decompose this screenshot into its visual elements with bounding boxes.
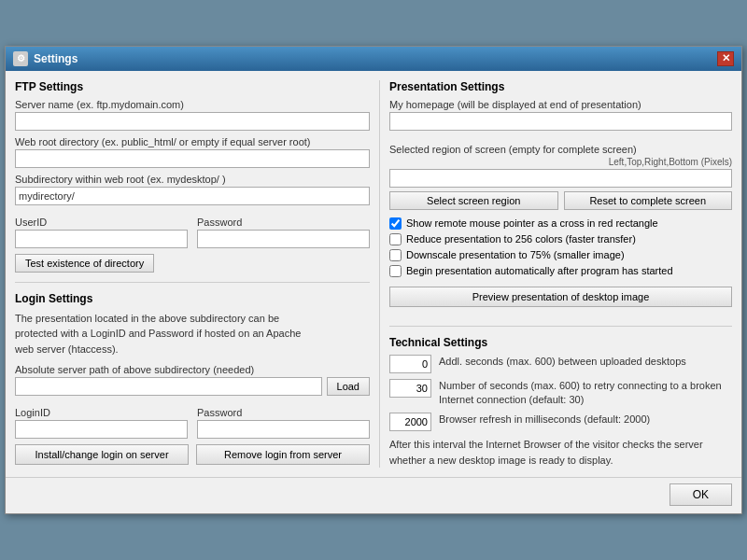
tech-input-2[interactable] (389, 413, 431, 431)
login-userid-password-row: LoginID Password (15, 401, 370, 439)
window-icon: ⚙ (13, 51, 28, 66)
checkbox2-label: Reduce presentation to 256 colors (faste… (406, 233, 636, 245)
test-directory-button[interactable]: Test existence of directory (15, 254, 154, 273)
ftp-password-label: Password (197, 217, 370, 228)
ftp-section-title: FTP Settings (15, 80, 370, 93)
userid-label: UserID (15, 217, 188, 228)
web-root-input[interactable] (15, 149, 370, 168)
preview-button[interactable]: Preview presentation of desktop image (389, 287, 732, 307)
login-password-col: Password (197, 401, 370, 439)
window-title: Settings (34, 52, 78, 65)
region-btn-row: Select screen region Reset to complete s… (389, 191, 732, 210)
install-login-button[interactable]: Install/change login on server (15, 444, 189, 465)
divider-2 (389, 326, 732, 327)
loginid-label: LoginID (15, 407, 188, 418)
tech-row-0: Addl. seconds (max. 600) between uploade… (389, 355, 732, 373)
absolute-path-input[interactable] (15, 377, 322, 396)
load-row: Load (15, 377, 370, 396)
settings-window: ⚙ Settings ✕ FTP Settings Server name (e… (5, 46, 742, 515)
tech-input-0[interactable] (389, 355, 431, 373)
remove-login-button[interactable]: Remove login from server (196, 444, 370, 465)
reset-complete-screen-button[interactable]: Reset to complete screen (564, 191, 733, 210)
footer: OK (6, 477, 741, 513)
after-text: After this interval the Internet Browser… (389, 437, 732, 468)
login-section-title: Login Settings (15, 292, 370, 305)
absolute-path-label: Absolute server path of above subdirecto… (15, 364, 370, 375)
subdirectory-input[interactable] (15, 187, 370, 205)
left-panel: FTP Settings Server name (ex. ftp.mydoma… (15, 80, 379, 469)
checkbox4-label: Begin presentation automatically after p… (406, 265, 673, 276)
checkbox-row-3: Downscale presentation to 75% (smaller i… (389, 249, 732, 261)
coords-label-row: Left,Top,Right,Bottom (Pixels) (389, 157, 732, 167)
right-panel: Presentation Settings My homepage (will … (379, 80, 732, 469)
checkbox3-label: Downscale presentation to 75% (smaller i… (406, 249, 625, 260)
auto-start-checkbox[interactable] (389, 265, 402, 277)
show-mouse-pointer-checkbox[interactable] (389, 217, 402, 230)
loginid-col: LoginID (15, 401, 188, 439)
install-remove-row: Install/change login on server Remove lo… (15, 444, 370, 465)
subdirectory-label: Subdirectory within web root (ex. mydesk… (15, 174, 370, 185)
login-password-label: Password (197, 407, 370, 418)
close-button[interactable]: ✕ (717, 51, 734, 66)
userid-password-row: UserID Password (15, 211, 370, 248)
ok-button[interactable]: OK (669, 483, 732, 506)
userid-input[interactable] (15, 230, 188, 248)
technical-section-title: Technical Settings (389, 336, 732, 349)
checkbox-row-4: Begin presentation automatically after p… (389, 265, 732, 277)
reduce-colors-checkbox[interactable] (389, 233, 402, 245)
password-col: Password (197, 211, 370, 248)
web-root-label: Web root directory (ex. public_html/ or … (15, 136, 370, 147)
homepage-input[interactable] (389, 112, 732, 131)
presentation-section-title: Presentation Settings (389, 80, 732, 93)
userid-col: UserID (15, 211, 188, 248)
downscale-checkbox[interactable] (389, 249, 402, 261)
region-input[interactable] (389, 169, 732, 188)
checkbox-row-1: Show remote mouse pointer as a cross in … (389, 217, 732, 230)
select-region-button[interactable]: Select screen region (389, 191, 558, 210)
main-content: FTP Settings Server name (ex. ftp.mydoma… (6, 71, 741, 478)
tech-row-1: Number of seconds (max. 600) to retry co… (389, 379, 732, 408)
coords-label: Left,Top,Right,Bottom (Pixels) (609, 157, 732, 167)
title-bar: ⚙ Settings ✕ (6, 47, 741, 71)
loginid-input[interactable] (15, 420, 188, 439)
login-password-input[interactable] (197, 420, 370, 439)
checkbox-row-2: Reduce presentation to 256 colors (faste… (389, 233, 732, 245)
ftp-password-input[interactable] (197, 230, 370, 248)
load-button[interactable]: Load (327, 377, 370, 396)
server-name-label: Server name (ex. ftp.mydomain.com) (15, 99, 370, 110)
homepage-label: My homepage (will be displayed at end of… (389, 99, 732, 110)
title-bar-left: ⚙ Settings (13, 51, 78, 66)
tech-desc-0: Addl. seconds (max. 600) between uploade… (439, 355, 732, 369)
tech-desc-2: Browser refresh in milliseconds (default… (439, 413, 732, 427)
tech-desc-1: Number of seconds (max. 600) to retry co… (439, 379, 732, 408)
checkbox1-label: Show remote mouse pointer as a cross in … (406, 217, 658, 229)
divider-1 (15, 282, 370, 283)
selected-region-label: Selected region of screen (empty for com… (389, 144, 732, 155)
tech-row-2: Browser refresh in milliseconds (default… (389, 413, 732, 431)
login-description: The presentation located in the above su… (15, 311, 370, 357)
server-name-input[interactable] (15, 112, 370, 131)
region-row (389, 169, 732, 188)
tech-input-1[interactable] (389, 379, 431, 398)
